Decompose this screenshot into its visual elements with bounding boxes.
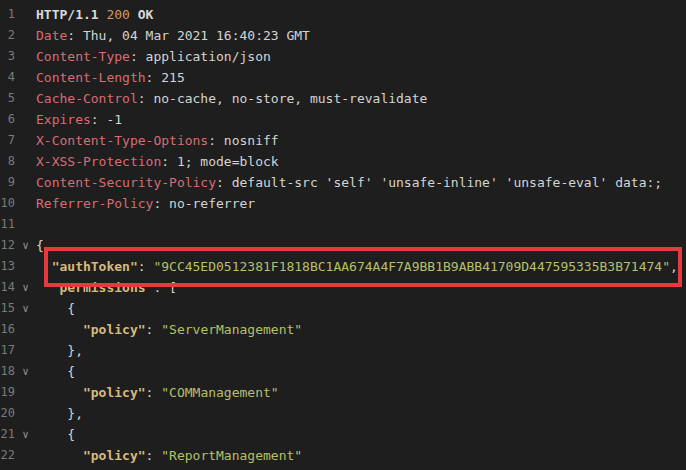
line-number: 2 [0,25,15,46]
code-line: 16 "policy": "ServerManagement" [0,319,686,340]
code-lines: 1HTTP/1.1 200 OK2Date: Thu, 04 Mar 2021 … [0,0,686,466]
fold-spacer [15,319,36,340]
fold-chevron-icon[interactable]: ∨ [15,235,36,256]
token-plain: { [36,427,75,442]
token-plain [36,322,83,337]
code-line: 15∨ { [0,298,686,319]
fold-spacer [15,214,36,235]
code-text: Content-Security-Policy: default-src 'se… [36,172,662,193]
token-key: "policy" [83,322,146,337]
token-plain: : [146,322,162,337]
line-number: 11 [0,214,15,235]
token-plain: : 215 [146,70,185,85]
token-key: "permissions" [52,280,154,295]
fold-spacer [15,46,36,67]
token-plain: : [146,385,162,400]
token-plain: : no-cache, no-store, must-revalidate [138,91,428,106]
fold-chevron-icon[interactable]: ∨ [15,424,36,445]
fold-spacer [15,340,36,361]
token-plain: { [36,301,75,316]
fold-spacer [15,193,36,214]
fold-spacer [15,151,36,172]
token-header: Content-Type [36,49,130,64]
token-plain: : [138,259,154,274]
fold-spacer [15,109,36,130]
code-line: 6Expires: -1 [0,109,686,130]
code-line: 11 [0,214,686,235]
code-text: X-XSS-Protection: 1; mode=block [36,151,279,172]
code-text: { [36,424,75,445]
line-number: 14 [0,277,15,298]
line-number: 19 [0,382,15,403]
fold-spacer [15,382,36,403]
fold-spacer [15,403,36,424]
token-header: Content-Security-Policy [36,175,216,190]
code-text: Expires: -1 [36,109,122,130]
line-number: 13 [0,256,15,277]
token-header: Content-Length [36,70,146,85]
code-text: Content-Type: application/json [36,46,271,67]
token-key: "policy" [83,385,146,400]
line-number: 21 [0,424,15,445]
token-plain [36,280,52,295]
line-number: 9 [0,172,15,193]
fold-chevron-icon[interactable]: ∨ [15,361,36,382]
code-text: X-Content-Type-Options: nosniff [36,130,279,151]
http-response-editor: 1HTTP/1.1 200 OK2Date: Thu, 04 Mar 2021 … [0,0,686,470]
token-header: X-XSS-Protection [36,154,161,169]
code-line: 1HTTP/1.1 200 OK [0,4,686,25]
token-key: "policy" [83,448,146,463]
code-line: 12∨{ [0,235,686,256]
token-plain: : [146,448,162,463]
code-line: 13 "authToken": "9CC45ED0512381F1818BC1A… [0,256,686,277]
code-text: "authToken": "9CC45ED0512381F1818BC1AA67… [36,256,678,277]
line-number: 18 [0,361,15,382]
token-plain: , [670,259,678,274]
token-str: "COMManagement" [161,385,278,400]
token-str: "ServerManagement" [161,322,302,337]
line-number: 15 [0,298,15,319]
token-header: Cache-Control [36,91,138,106]
code-text: { [36,235,44,256]
token-header: X-Content-Type-Options [36,133,208,148]
line-number: 5 [0,88,15,109]
code-text: { [36,298,75,319]
token-str: "9CC45ED0512381F1818BC1AA674A4F7A9BB1B9A… [153,259,670,274]
code-line: 14∨ "permissions": [ [0,277,686,298]
code-text: Content-Length: 215 [36,67,185,88]
token-header: Referrer-Policy [36,196,153,211]
code-line: 2Date: Thu, 04 Mar 2021 16:40:23 GMT [0,25,686,46]
fold-chevron-icon[interactable]: ∨ [15,298,36,319]
fold-spacer [15,445,36,466]
token-header: Date [36,28,67,43]
token-plain: { [36,364,75,379]
code-text: "policy": "ReportManagement" [36,445,302,466]
code-line: 10Referrer-Policy: no-referrer [0,193,686,214]
fold-spacer [15,4,36,25]
fold-spacer [15,67,36,88]
token-status: 200 [106,7,129,22]
code-line: 7X-Content-Type-Options: nosniff [0,130,686,151]
line-number: 20 [0,403,15,424]
code-line: 20 }, [0,403,686,424]
code-text: Cache-Control: no-cache, no-store, must-… [36,88,427,109]
token-plain: : Thu, 04 Mar 2021 16:40:23 GMT [67,28,310,43]
code-text: Referrer-Policy: no-referrer [36,193,255,214]
code-line: 21∨ { [0,424,686,445]
code-line: 4Content-Length: 215 [0,67,686,88]
fold-spacer [15,25,36,46]
fold-spacer [15,88,36,109]
code-text: Date: Thu, 04 Mar 2021 16:40:23 GMT [36,25,310,46]
line-number: 17 [0,340,15,361]
token-plain: : default-src 'self' 'unsafe-inline' 'un… [216,175,662,190]
fold-chevron-icon[interactable]: ∨ [15,277,36,298]
token-plain [36,385,83,400]
token-bold: HTTP/1.1 [36,7,106,22]
token-header: Expires [36,112,91,127]
token-plain: }, [36,343,83,358]
code-text: }, [36,403,83,424]
code-line: 19 "policy": "COMManagement" [0,382,686,403]
token-key: "authToken" [52,259,138,274]
line-number: 10 [0,193,15,214]
code-line: 18∨ { [0,361,686,382]
